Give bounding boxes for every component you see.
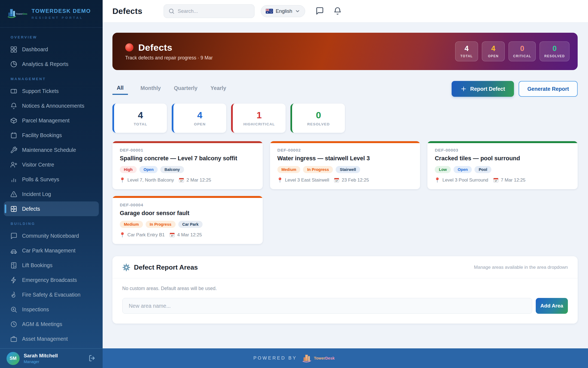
sidebar-item-analytics-reports[interactable]: Analytics & Reports (4, 57, 99, 71)
dashboard-grid-icon (10, 46, 17, 53)
hero-stat-resolved: 0 RESOLVED (540, 41, 569, 61)
defect-location: Level 7, North Balcony (127, 177, 174, 183)
sidebar-item-asset-management[interactable]: Asset Management (4, 331, 99, 346)
tab-all[interactable]: All (112, 83, 128, 95)
zap-icon (10, 276, 17, 284)
sidebar-item-fire-safety-evacuation[interactable]: Fire Safety & Evacuation (4, 287, 99, 302)
search-icon (168, 8, 175, 14)
sidebar-item-lift-bookings[interactable]: Lift Bookings (4, 258, 99, 273)
wrench-icon (10, 146, 17, 154)
sidebar-item-dashboard[interactable]: Dashboard (4, 42, 99, 57)
tab-yearly[interactable]: Yearly (210, 83, 226, 95)
defect-date: 7 Mar 12:25 (501, 177, 526, 183)
defect-card-body: DEF-00001 Spalling concrete — Level 7 ba… (112, 143, 263, 189)
defect-card-body: DEF-00003 Cracked tiles — pool surround … (427, 143, 578, 189)
defect-meta: Level 7, North Balcony 17 2 Mar 12:25 (120, 177, 255, 183)
sidebar-item-label: Incident Log (22, 191, 51, 197)
defect-badges: HighOpenBalcony (120, 166, 255, 173)
avatar: SM (7, 352, 20, 365)
hero-left: Defects Track defects and repair progres… (125, 42, 213, 61)
sidebar-item-agm-meetings[interactable]: AGM & Meetings (4, 317, 99, 331)
svg-text:TowerDesk: TowerDesk (16, 13, 27, 15)
sidebar-item-maintenance-schedule[interactable]: Maintenance Schedule (4, 143, 99, 157)
briefcase-icon (10, 335, 17, 343)
areas-title-label: Defect Report Areas (134, 264, 198, 271)
bell-icon (10, 102, 17, 110)
area-input-row: Add Area (122, 298, 568, 314)
user-block: SM Sarah Mitchell Manager (0, 348, 103, 368)
actions: Report Defect Generate Report (452, 81, 578, 97)
hero-stat-value: 0 (544, 45, 565, 52)
new-area-input[interactable] (122, 298, 532, 314)
bar-chart-icon (10, 176, 17, 183)
generate-report-button[interactable]: Generate Report (519, 81, 578, 97)
search-input[interactable] (178, 8, 250, 14)
sidebar-item-facility-bookings[interactable]: Facility Bookings (4, 128, 99, 143)
calendar-icon (10, 132, 17, 139)
defect-grid: DEF-00001 Spalling concrete — Level 7 ba… (112, 141, 578, 244)
sidebar-item-car-park-management[interactable]: Car Park Management (4, 243, 99, 258)
messages-button[interactable] (315, 6, 324, 16)
location-pin-icon (120, 177, 125, 183)
hero-stat-label: TOTAL (460, 54, 473, 58)
notifications-button[interactable] (333, 6, 342, 16)
plus-icon (461, 86, 467, 92)
chevron-down-icon (295, 8, 300, 14)
sidebar-item-label: Dashboard (22, 46, 48, 53)
defect-id: DEF-00001 (120, 148, 255, 153)
sidebar-item-community-noticeboard[interactable]: Community Noticeboard (4, 228, 99, 243)
sidebar-item-parcel-management[interactable]: Parcel Management (4, 113, 99, 128)
sidebar-item-support-tickets[interactable]: Support Tickets (4, 84, 99, 98)
language-selector[interactable]: English (261, 5, 305, 17)
sidebar-item-notices-announcements[interactable]: Notices & Announcements (4, 98, 99, 113)
package-icon (10, 117, 17, 124)
main-row: TowerDesk TOWERDESK DEMO RESIDENT PORTAL… (0, 0, 588, 348)
defect-card-body: DEF-00002 Water ingress — stairwell Leve… (270, 143, 420, 189)
defect-badges: LowOpenPool (435, 166, 570, 173)
sidebar-item-label: Visitor Centre (22, 162, 54, 168)
sidebar-item-incident-log[interactable]: Incident Log (4, 187, 99, 201)
sidebar-item-inspections[interactable]: Inspections (4, 302, 99, 317)
tab-quarterly[interactable]: Quarterly (173, 83, 198, 95)
calendar-date-icon: 17 (170, 232, 175, 237)
defect-card-def-00002[interactable]: DEF-00002 Water ingress — stairwell Leve… (270, 141, 420, 189)
defect-id: DEF-00003 (435, 148, 570, 153)
hero-stats: 4 TOTAL 4 OPEN 0 CRITICAL 0 RESOLVED (455, 41, 569, 61)
hero-stat-open: 4 OPEN (482, 41, 505, 61)
defect-meta: Level 3 Pool Surround 17 7 Mar 12:25 (435, 177, 570, 183)
card-accent-bar (270, 141, 420, 143)
defect-meta: Car Park Entry B1 17 4 Mar 12:25 (120, 232, 255, 238)
add-area-button[interactable]: Add Area (536, 298, 568, 314)
report-defect-button[interactable]: Report Defect (452, 81, 514, 97)
defect-card-def-00004[interactable]: DEF-00004 Garage door sensor fault Mediu… (112, 196, 263, 244)
sidebar-item-defects[interactable]: Defects (4, 201, 99, 216)
sidebar-item-visitor-centre[interactable]: Visitor Centre (4, 157, 99, 172)
calendar-date-icon: 17 (334, 177, 339, 183)
search-box[interactable] (164, 4, 255, 18)
defect-date: 23 Feb 12:25 (342, 177, 369, 183)
summary-label: RESOLVED (307, 122, 330, 126)
sidebar-item-polls-surveys[interactable]: Polls & Surveys (4, 172, 99, 187)
defect-badges: MediumIn ProgressStairwell (277, 166, 413, 173)
sidebar-item-emergency-broadcasts[interactable]: Emergency Broadcasts (4, 273, 99, 287)
sidebar-item-label: Facility Bookings (22, 132, 62, 138)
svg-text:17: 17 (180, 180, 183, 182)
defect-card-body: DEF-00004 Garage door sensor fault Mediu… (112, 198, 263, 244)
brand: TowerDesk TOWERDESK DEMO RESIDENT PORTAL (0, 0, 103, 28)
location-pin-icon (120, 232, 125, 238)
footer: SM Sarah Mitchell Manager POWERED BY Tow… (0, 348, 588, 368)
defect-card-def-00003[interactable]: DEF-00003 Cracked tiles — pool surround … (427, 141, 578, 189)
hero-stat-total: 4 TOTAL (455, 41, 478, 61)
summary-value: 0 (316, 110, 321, 120)
defect-card-def-00001[interactable]: DEF-00001 Spalling concrete — Level 7 ba… (112, 141, 263, 189)
tab-monthly[interactable]: Monthly (140, 83, 161, 95)
hero-stat-label: RESOLVED (544, 54, 565, 58)
brand-title: TOWERDESK DEMO (32, 8, 91, 14)
hero-stat-value: 4 (460, 45, 473, 52)
logout-button[interactable] (88, 354, 97, 363)
logout-icon (88, 354, 96, 362)
towerdesk-logo-icon: TowerDesk (8, 7, 27, 20)
badge-medium: Medium (120, 221, 143, 228)
calendar-date-icon: 17 (493, 177, 498, 183)
badge-car-park: Car Park (178, 221, 203, 228)
